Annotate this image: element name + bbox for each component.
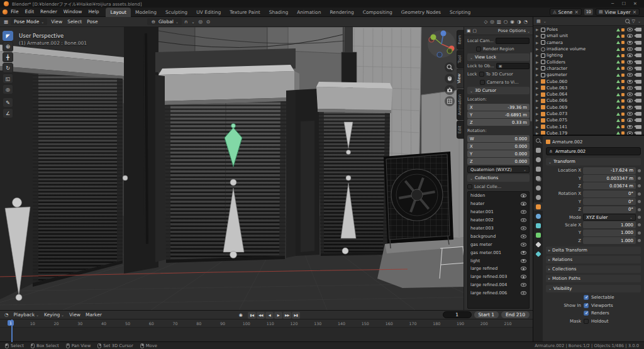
workspace-tab[interactable]: Scripting: [445, 8, 475, 17]
frame-start-field[interactable]: Start 1: [474, 311, 499, 318]
selectable-checkbox[interactable]: [584, 295, 589, 300]
search-icon[interactable]: [625, 19, 630, 23]
outliner-row[interactable]: ▶ Cube.063: [535, 85, 643, 91]
collection-row[interactable]: large refined.003: [468, 273, 529, 281]
value-field[interactable]: 0.03674 m: [583, 182, 636, 189]
properties-tab[interactable]: [533, 240, 543, 248]
collapsed-panel-header[interactable]: Collections: [546, 265, 641, 273]
value-field[interactable]: XYZ Euler: [583, 214, 636, 221]
workspace-tab[interactable]: Rendering: [325, 8, 358, 17]
tool-button[interactable]: [3, 42, 13, 52]
outliner-row[interactable]: ▶ Poles: [535, 26, 643, 33]
timeline-editor-icon[interactable]: ◔: [3, 312, 10, 318]
value-field[interactable]: -17.624 m: [583, 167, 636, 174]
properties-tab[interactable]: [533, 202, 543, 211]
properties-tab[interactable]: [533, 155, 543, 163]
outliner-row[interactable]: ▶ character: [535, 65, 643, 72]
value-field[interactable]: 1.000: [583, 237, 636, 244]
rotation-mode-dropdown[interactable]: Quaternion (WXYZ): [467, 166, 530, 173]
properties-tab[interactable]: [533, 221, 543, 230]
disable-in-renders-camera-icon[interactable]: [636, 112, 641, 116]
cursor-location-field[interactable]: Z0.33 m: [467, 119, 530, 126]
minimize-button[interactable]: ─: [608, 0, 618, 8]
expand-caret-icon[interactable]: ▶: [536, 47, 540, 51]
proportional-editing-icon[interactable]: ◎: [197, 19, 204, 25]
outliner-editor-icon[interactable]: ▤: [536, 19, 541, 24]
expand-caret-icon[interactable]: ▶: [536, 125, 540, 129]
collection-row[interactable]: light: [468, 257, 529, 265]
collection-row[interactable]: heater.002: [468, 216, 529, 224]
workspace-tab[interactable]: Modeling: [131, 8, 161, 17]
navigation-gizmo[interactable]: [427, 30, 456, 58]
transport-button[interactable]: ▶▮: [292, 312, 300, 319]
hide-in-viewport-eye-icon[interactable]: [627, 86, 633, 90]
timeline-menu-item[interactable]: Marker: [83, 312, 104, 318]
disable-in-renders-camera-icon[interactable]: [636, 125, 641, 129]
animate-decorator-icon[interactable]: [638, 169, 641, 172]
viewport-menu-item[interactable]: Pose: [84, 19, 100, 25]
outliner-row[interactable]: ▶ gasmeter: [535, 72, 643, 78]
collection-visibility-eye-icon[interactable]: [521, 259, 526, 263]
collection-row[interactable]: heater.003: [468, 224, 529, 233]
transport-button[interactable]: ▶: [274, 312, 282, 319]
hide-in-viewport-eye-icon[interactable]: [627, 125, 633, 129]
disable-in-renders-camera-icon[interactable]: [636, 106, 641, 109]
menubar-item[interactable]: Render: [37, 8, 60, 16]
shading-solid-icon[interactable]: ◉: [510, 19, 514, 25]
expand-caret-icon[interactable]: ▶: [536, 67, 540, 70]
value-field[interactable]: 0°: [583, 191, 636, 197]
collection-row[interactable]: large refined.004: [468, 281, 529, 289]
collection-visibility-eye-icon[interactable]: [521, 235, 526, 238]
hide-in-viewport-eye-icon[interactable]: [627, 28, 633, 31]
sidebar-tab[interactable]: Item: [457, 30, 464, 50]
expand-caret-icon[interactable]: ▶: [536, 53, 540, 57]
cursor-rotation-field[interactable]: W0.000: [467, 135, 530, 142]
animate-decorator-icon[interactable]: [638, 200, 641, 203]
disable-in-renders-camera-icon[interactable]: [636, 118, 641, 122]
cursor-location-field[interactable]: Y-0.6891 m: [467, 111, 530, 118]
workspace-tab[interactable]: Compositing: [358, 8, 397, 17]
properties-tab[interactable]: [533, 184, 543, 192]
outliner-row[interactable]: ▶ Cube.141: [535, 123, 643, 130]
transport-button[interactable]: ▮◀: [248, 312, 256, 319]
properties-tab[interactable]: [533, 146, 543, 154]
expand-caret-icon[interactable]: ▶: [536, 99, 540, 102]
hide-in-viewport-eye-icon[interactable]: [627, 92, 633, 96]
workspace-tab[interactable]: UV Editing: [192, 8, 225, 17]
timeline-menu-item[interactable]: View: [67, 312, 83, 318]
collection-row[interactable]: gas meter.001: [468, 248, 529, 257]
properties-tab[interactable]: [533, 250, 543, 258]
tool-button[interactable]: [3, 84, 13, 94]
animate-decorator-icon[interactable]: [638, 223, 641, 226]
tool-button[interactable]: [3, 97, 13, 108]
tool-button[interactable]: [3, 31, 13, 41]
collections-panel-header[interactable]: Collections: [467, 174, 530, 182]
toggle-xray-icon[interactable]: ▥: [497, 19, 501, 25]
expand-caret-icon[interactable]: ▶: [536, 106, 540, 109]
transport-button[interactable]: ▶▶: [283, 312, 291, 319]
hide-in-viewport-eye-icon[interactable]: [627, 34, 633, 38]
expand-caret-icon[interactable]: ▶: [536, 41, 540, 45]
view-layer-selector[interactable]: ▤ View Layer ✕: [596, 8, 640, 16]
expand-caret-icon[interactable]: ▶: [536, 86, 540, 90]
transform-panel-header[interactable]: Transform: [546, 158, 641, 165]
disable-in-renders-camera-icon[interactable]: [636, 131, 641, 135]
transport-button[interactable]: ◀◀: [257, 312, 265, 319]
expand-caret-icon[interactable]: ▶: [536, 28, 540, 31]
animate-decorator-icon[interactable]: [638, 231, 641, 235]
outliner-row[interactable]: ▶ Cube.069: [535, 104, 643, 111]
collection-visibility-eye-icon[interactable]: [521, 291, 526, 295]
animate-decorator-icon[interactable]: [638, 239, 641, 242]
sidebar-tab[interactable]: Edit: [457, 121, 464, 139]
tool-button[interactable]: [3, 52, 13, 62]
value-field[interactable]: 0°: [583, 206, 636, 213]
timeline-track-area[interactable]: [0, 328, 533, 341]
view-lock-panel-header[interactable]: View Lock: [467, 53, 530, 61]
expand-caret-icon[interactable]: ▶: [536, 34, 540, 38]
outliner-row[interactable]: ▶ Cube.073: [535, 111, 643, 117]
disable-in-renders-camera-icon[interactable]: [636, 99, 641, 102]
transform-orientation-dropdown[interactable]: ⊖ Global: [147, 18, 182, 25]
collection-visibility-eye-icon[interactable]: [521, 226, 526, 230]
outliner-row[interactable]: ▶ lighting: [535, 52, 643, 58]
outliner-row[interactable]: ▶ Cube.179: [535, 130, 643, 136]
